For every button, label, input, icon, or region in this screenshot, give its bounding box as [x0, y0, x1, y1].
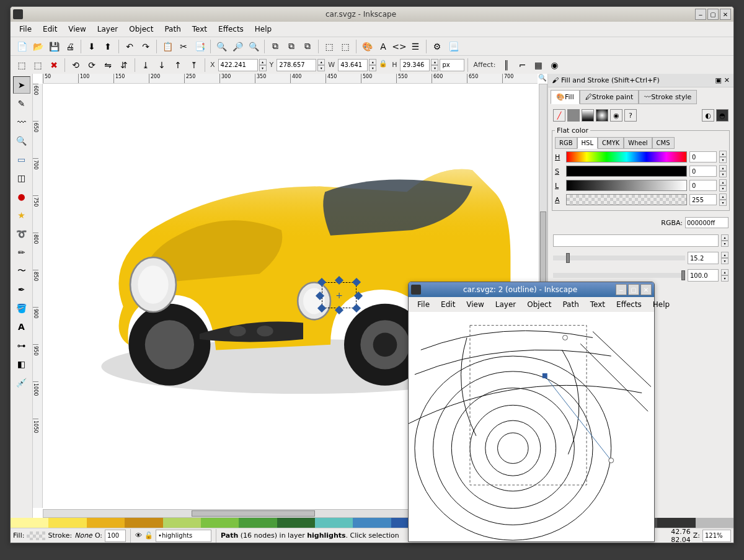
outline-menu-view[interactable]: View — [461, 299, 489, 310]
doc-props-icon[interactable]: 📃 — [446, 39, 461, 54]
w-input[interactable]: 43.641 — [338, 59, 368, 71]
outline-close-button[interactable]: ✕ — [640, 284, 652, 295]
maximize-button[interactable]: ▢ — [707, 9, 719, 20]
layer-visibility-icon[interactable]: 👁 — [135, 531, 142, 540]
duplicate-icon[interactable]: ⧉ — [268, 39, 283, 54]
main-titlebar[interactable]: car.svgz - Inkscape ‒ ▢ ✕ — [11, 7, 733, 22]
copy-icon[interactable]: 📋 — [160, 39, 175, 54]
fill-stroke-icon[interactable]: 🎨 — [360, 39, 374, 54]
zoom-draw-icon[interactable]: 🔎 — [230, 39, 245, 54]
bucket-tool[interactable]: 🪣 — [13, 300, 30, 317]
cut-icon[interactable]: ✂ — [176, 39, 191, 54]
group-icon[interactable]: ⬚ — [322, 39, 337, 54]
swatch[interactable] — [11, 518, 48, 528]
fill-none-button[interactable]: ╱ — [553, 109, 565, 122]
paste-icon[interactable]: 📑 — [192, 39, 207, 54]
h-input[interactable]: 29.346 — [400, 59, 430, 71]
colortab-cmyk[interactable]: CMYK — [598, 137, 624, 149]
light-input[interactable]: 0 — [689, 180, 717, 191]
menu-layer[interactable]: Layer — [92, 24, 123, 35]
panel-undock-icon[interactable]: ▣ — [715, 76, 721, 84]
connector-tool[interactable]: ⊶ — [13, 337, 30, 354]
y-input[interactable]: 278.657 — [277, 59, 316, 71]
raise-icon[interactable]: ↑ — [170, 58, 185, 73]
outline-menu-effects[interactable]: Effects — [611, 299, 647, 310]
menu-edit[interactable]: Edit — [38, 24, 62, 35]
rgba-input[interactable] — [685, 217, 728, 228]
fill-linear-button[interactable] — [582, 109, 594, 122]
sat-input[interactable]: 0 — [689, 166, 717, 177]
tab-stroke-style[interactable]: 〰Stroke style — [639, 90, 697, 104]
undo-icon[interactable]: ↶ — [122, 39, 137, 54]
slider-val-1[interactable]: 15.2 — [688, 252, 719, 264]
outline-menu-file[interactable]: File — [412, 299, 435, 310]
deselect-icon[interactable]: ✖ — [46, 58, 61, 73]
menu-help[interactable]: Help — [250, 24, 277, 35]
colortab-cms[interactable]: CMS — [652, 137, 675, 149]
prefs-icon[interactable]: ⚙ — [430, 39, 445, 54]
menu-path[interactable]: Path — [159, 24, 185, 35]
alpha-slider[interactable] — [566, 194, 687, 205]
flip-v-icon[interactable]: ⇵ — [117, 58, 131, 73]
select-layers-icon[interactable]: ⬚ — [30, 58, 45, 73]
menu-file[interactable]: File — [14, 24, 37, 35]
zoom-corner-icon[interactable]: 🔍 — [538, 74, 547, 84]
swatch[interactable] — [353, 518, 391, 528]
outline-canvas[interactable] — [409, 312, 654, 541]
hue-input[interactable]: 0 — [689, 151, 717, 162]
panel-close-icon[interactable]: ✕ — [724, 76, 730, 84]
slider-val-2[interactable]: 100.0 — [688, 269, 719, 282]
3dbox-tool[interactable]: ◫ — [13, 169, 30, 187]
swatch[interactable] — [163, 518, 201, 528]
outline-menu-layer[interactable]: Layer — [490, 299, 521, 310]
outline-menu-path[interactable]: Path — [557, 299, 583, 310]
fill-rule-nonzero-button[interactable]: ◓ — [716, 109, 728, 122]
layer-select[interactable]: •highlights — [156, 530, 211, 542]
rotate-ccw-icon[interactable]: ⟲ — [68, 58, 83, 73]
lock-icon[interactable]: 🔒 — [378, 60, 389, 71]
outline-menu-help[interactable]: Help — [648, 299, 675, 310]
swatch[interactable] — [696, 518, 733, 528]
selection-box[interactable]: + — [322, 282, 356, 308]
xml-icon[interactable]: <> — [392, 39, 407, 54]
print-icon[interactable]: 🖨 — [63, 39, 78, 54]
outline-menu-text[interactable]: Text — [585, 299, 610, 310]
colortab-rgb[interactable]: RGB — [555, 137, 577, 149]
lower-icon[interactable]: ↓ — [154, 58, 169, 73]
menu-text[interactable]: Text — [187, 24, 212, 35]
lower-bottom-icon[interactable]: ⤓ — [138, 58, 153, 73]
fill-flat-button[interactable] — [567, 109, 580, 122]
zoom-input[interactable]: 121% — [702, 530, 731, 542]
swatch[interactable] — [239, 518, 277, 528]
zoom-page-icon[interactable]: 🔍 — [246, 39, 261, 54]
outline-titlebar[interactable]: car.svgz: 2 (outline) - Inkscape ‒ ▢ ✕ — [409, 282, 654, 297]
flip-h-icon[interactable]: ⇋ — [100, 58, 115, 73]
outline-minimize-button[interactable]: ‒ — [616, 284, 627, 295]
new-doc-icon[interactable]: 📄 — [14, 39, 29, 54]
zoom-fit-icon[interactable]: 🔍 — [214, 39, 229, 54]
swatch[interactable] — [277, 518, 315, 528]
opacity-input[interactable]: 100 — [105, 530, 126, 542]
close-button[interactable]: ✕ — [720, 9, 731, 20]
pencil-tool[interactable]: ✏ — [13, 244, 30, 261]
alpha-input[interactable]: 255 — [689, 194, 717, 205]
swatch[interactable] — [48, 518, 86, 528]
swatch[interactable] — [125, 518, 162, 528]
clone-icon[interactable]: ⧉ — [284, 39, 299, 54]
hue-slider[interactable] — [566, 151, 687, 162]
layer-lock-icon[interactable]: 🔓 — [144, 531, 153, 540]
align-icon[interactable]: ☰ — [408, 39, 423, 54]
affect-gradient-icon[interactable]: ▦ — [531, 58, 546, 73]
gradient-tool[interactable]: ◧ — [13, 355, 30, 373]
fill-radial-button[interactable] — [596, 109, 608, 122]
fill-indicator[interactable] — [27, 531, 45, 540]
zoom-tool[interactable]: 🔍 — [13, 132, 30, 149]
dropper-tool[interactable]: 💉 — [13, 374, 30, 391]
menu-view[interactable]: View — [63, 24, 91, 35]
fill-pattern-button[interactable]: ◉ — [610, 109, 622, 122]
swatch[interactable] — [657, 518, 695, 528]
raise-top-icon[interactable]: ⤒ — [187, 58, 202, 73]
swatch[interactable] — [315, 518, 353, 528]
tab-stroke-paint[interactable]: 🖊Stroke paint — [580, 90, 639, 104]
ungroup-icon[interactable]: ⬚ — [338, 39, 353, 54]
